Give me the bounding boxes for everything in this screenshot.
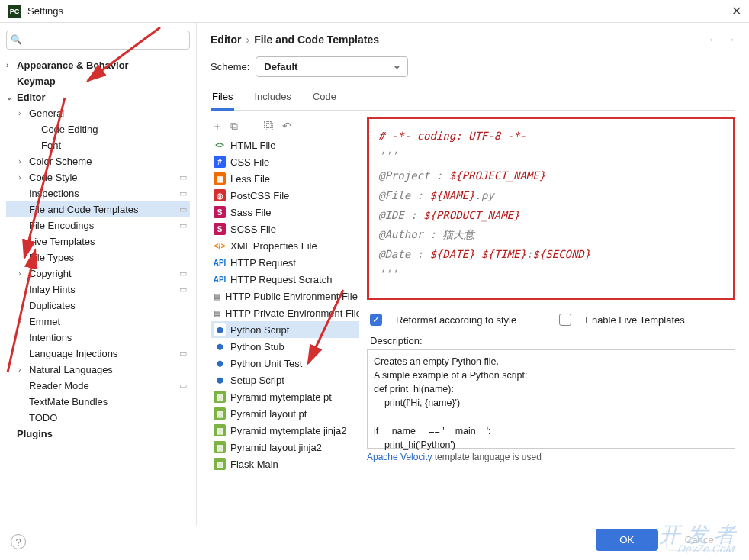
live-templates-checkbox[interactable] [559, 314, 571, 326]
description-box[interactable]: Creates an empty Python file. A simple e… [367, 349, 735, 449]
remove-icon[interactable]: — [246, 120, 256, 134]
tree-item[interactable]: ›General [6, 105, 190, 121]
template-file-list[interactable]: <>HTML File#CSS File▦Less File◎PostCSS F… [211, 137, 359, 526]
tree-item[interactable]: ›Emmet [6, 314, 190, 330]
tab-includes[interactable]: Includes [252, 86, 292, 110]
search-icon: 🔍 [11, 34, 22, 45]
file-type-icon: ▧ [214, 391, 226, 403]
forward-icon[interactable]: → [725, 34, 735, 45]
file-item[interactable]: ▧Flask Main [211, 455, 359, 472]
chevron-icon: › [18, 317, 21, 326]
scope-icon: ▭ [179, 269, 187, 278]
file-item[interactable]: ⬢Setup Script [211, 372, 359, 388]
file-item[interactable]: ⬢Python Script [211, 321, 359, 338]
scope-icon: ▭ [179, 220, 187, 230]
chevron-icon: ⌄ [6, 93, 12, 101]
cancel-button[interactable]: Cancel [666, 529, 736, 551]
file-type-icon: ▧ [214, 424, 226, 436]
file-type-icon: ⬢ [214, 357, 226, 369]
tree-item[interactable]: ›Code Style▭ [6, 169, 190, 185]
file-item[interactable]: ▧Pyramid mytemplate jinja2 [211, 422, 359, 439]
file-item[interactable]: ▤HTTP Private Environment File [211, 304, 359, 321]
file-type-icon: ⬢ [214, 374, 226, 386]
file-item[interactable]: APIHTTP Request [211, 254, 359, 271]
chevron-icon: › [18, 173, 21, 182]
tree-item[interactable]: Inlay Hints▭ [6, 282, 190, 298]
chevron-icon: › [18, 269, 21, 278]
tree-item[interactable]: TextMate Bundles [6, 394, 190, 410]
file-item[interactable]: ⬢Python Stub [211, 338, 359, 355]
file-item[interactable]: ▤HTTP Public Environment File [211, 288, 359, 304]
scope-icon: ▭ [179, 204, 187, 214]
scope-icon: ▭ [179, 381, 187, 391]
file-item[interactable]: ▧Pyramid layout pt [211, 405, 359, 422]
tree-item[interactable]: ›Natural Languages [6, 362, 190, 378]
settings-tree[interactable]: ›Appearance & BehaviorKeymap⌄Editor›Gene… [6, 57, 190, 526]
scope-icon: ▭ [179, 285, 187, 294]
file-item[interactable]: SSass File [211, 204, 359, 220]
file-item[interactable]: #CSS File [211, 153, 359, 170]
file-type-icon: ◎ [214, 189, 226, 201]
file-item[interactable]: SSCSS File [211, 220, 359, 237]
tab-code[interactable]: Code [311, 86, 338, 110]
tree-item[interactable]: ›Color Scheme [6, 153, 190, 169]
tree-item[interactable]: Font [6, 137, 190, 153]
tree-item[interactable]: Reader Mode▭ [6, 378, 190, 394]
tree-item[interactable]: File and Code Templates▭ [6, 201, 190, 217]
file-item[interactable]: ▧Pyramid mytemplate pt [211, 388, 359, 405]
close-icon[interactable]: ✕ [731, 4, 741, 18]
tree-item[interactable]: ›Appearance & Behavior [6, 57, 190, 73]
tree-item[interactable]: Inspections▭ [6, 185, 190, 201]
file-item[interactable]: APIHTTP Request Scratch [211, 271, 359, 288]
file-item[interactable]: ▦Less File [211, 170, 359, 187]
breadcrumb-current: File and Code Templates [254, 34, 379, 46]
tree-item[interactable]: Language Injections▭ [6, 346, 190, 362]
file-type-icon: S [214, 206, 226, 218]
app-icon: PC [8, 5, 21, 18]
scope-icon: ▭ [179, 349, 187, 359]
live-templates-label: Enable Live Templates [585, 314, 685, 326]
file-type-icon: ▧ [214, 407, 226, 420]
tree-item[interactable]: ›Copyright▭ [6, 266, 190, 282]
file-type-icon: <> [214, 139, 226, 151]
tree-item[interactable]: Intentions [6, 330, 190, 346]
breadcrumb: Editor › File and Code Templates [211, 34, 735, 46]
tree-item[interactable]: TODO [6, 410, 190, 426]
file-item[interactable]: ◎PostCSS File [211, 187, 359, 204]
search-input[interactable] [6, 31, 190, 50]
scope-icon: ▭ [179, 172, 187, 182]
file-type-icon: ▦ [214, 172, 226, 185]
back-icon[interactable]: ← [708, 34, 718, 45]
ok-button[interactable]: OK [596, 529, 657, 551]
help-icon[interactable]: ? [11, 534, 26, 549]
file-type-icon: ▧ [214, 458, 226, 470]
tabs-row: FilesIncludesCode [211, 86, 735, 111]
file-type-icon: API [214, 256, 226, 269]
file-type-icon: </> [214, 240, 226, 252]
tree-item[interactable]: Plugins [6, 426, 190, 442]
reformat-checkbox[interactable]: ✓ [370, 314, 382, 326]
tree-item[interactable]: Keymap [6, 73, 190, 89]
tree-item[interactable]: Code Editing [6, 121, 190, 137]
tree-item[interactable]: Duplicates [6, 298, 190, 314]
tree-item[interactable]: ⌄Editor [6, 89, 190, 105]
scheme-select[interactable]: Default [256, 56, 408, 77]
title-bar: PC Settings ✕ [0, 0, 749, 23]
file-item[interactable]: ⬢Python Unit Test [211, 355, 359, 372]
content-panel: ← → Editor › File and Code Templates Sch… [197, 23, 749, 526]
undo-icon[interactable]: ↶ [282, 120, 291, 134]
tree-item[interactable]: File Encodings▭ [6, 217, 190, 233]
file-item[interactable]: <>HTML File [211, 137, 359, 153]
breadcrumb-parent[interactable]: Editor [211, 34, 241, 46]
tab-files[interactable]: Files [211, 86, 234, 111]
tree-item[interactable]: File Types [6, 249, 190, 266]
language-note: Apache Velocity template language is use… [367, 449, 735, 465]
add-child-icon[interactable]: ⧉ [230, 120, 238, 134]
apache-velocity-link[interactable]: Apache Velocity [367, 452, 432, 462]
copy-icon[interactable]: ⿻ [264, 120, 275, 134]
tree-item[interactable]: Live Templates [6, 233, 190, 249]
add-icon[interactable]: ＋ [212, 120, 223, 134]
file-item[interactable]: </>XML Properties File [211, 237, 359, 254]
file-item[interactable]: ▧Pyramid layout jinja2 [211, 439, 359, 455]
template-editor[interactable]: # -*- coding: UTF-8 -*- ''' @Project : $… [367, 117, 735, 300]
